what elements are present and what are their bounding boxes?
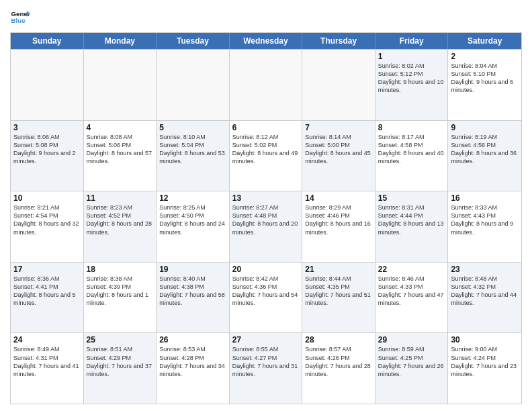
- day-number: 27: [232, 335, 300, 345]
- header-cell-saturday: Saturday: [448, 33, 521, 49]
- day-info: Sunrise: 8:17 AM Sunset: 4:58 PM Dayligh…: [378, 133, 445, 166]
- day-number: 30: [451, 335, 519, 345]
- cal-cell: 28Sunrise: 8:57 AM Sunset: 4:26 PM Dayli…: [302, 333, 375, 404]
- cal-cell: [230, 50, 303, 120]
- cal-cell: 4Sunrise: 8:08 AM Sunset: 5:06 PM Daylig…: [84, 121, 157, 191]
- day-number: 6: [232, 123, 300, 132]
- day-info: Sunrise: 8:31 AM Sunset: 4:44 PM Dayligh…: [378, 203, 445, 236]
- day-info: Sunrise: 8:36 AM Sunset: 4:41 PM Dayligh…: [13, 275, 81, 308]
- header: General Blue: [10, 7, 522, 27]
- cal-cell: [84, 50, 157, 120]
- cal-cell: 18Sunrise: 8:38 AM Sunset: 4:39 PM Dayli…: [84, 263, 157, 333]
- cal-cell: 14Sunrise: 8:29 AM Sunset: 4:46 PM Dayli…: [302, 191, 375, 262]
- day-info: Sunrise: 8:57 AM Sunset: 4:26 PM Dayligh…: [305, 345, 372, 378]
- day-info: Sunrise: 8:51 AM Sunset: 4:29 PM Dayligh…: [87, 345, 154, 378]
- header-cell-monday: Monday: [84, 33, 157, 49]
- day-info: Sunrise: 8:40 AM Sunset: 4:38 PM Dayligh…: [159, 275, 226, 308]
- calendar-header: SundayMondayTuesdayWednesdayThursdayFrid…: [11, 33, 521, 49]
- calendar-body: 1Sunrise: 8:02 AM Sunset: 5:12 PM Daylig…: [11, 49, 521, 404]
- day-number: 21: [305, 265, 372, 274]
- day-info: Sunrise: 8:55 AM Sunset: 4:27 PM Dayligh…: [232, 345, 300, 378]
- day-number: 12: [159, 193, 226, 203]
- cal-cell: 26Sunrise: 8:53 AM Sunset: 4:28 PM Dayli…: [157, 333, 230, 404]
- cal-cell: 17Sunrise: 8:36 AM Sunset: 4:41 PM Dayli…: [11, 263, 84, 333]
- day-number: 22: [378, 265, 445, 274]
- day-number: 8: [378, 123, 445, 132]
- day-info: Sunrise: 8:38 AM Sunset: 4:39 PM Dayligh…: [87, 275, 154, 308]
- day-number: 3: [13, 123, 81, 132]
- header-cell-sunday: Sunday: [11, 33, 84, 49]
- day-number: 26: [159, 335, 226, 345]
- cal-cell: 21Sunrise: 8:44 AM Sunset: 4:35 PM Dayli…: [302, 263, 375, 333]
- cal-cell: 20Sunrise: 8:42 AM Sunset: 4:36 PM Dayli…: [230, 263, 303, 333]
- cal-cell: [157, 50, 230, 120]
- cal-cell: 23Sunrise: 8:48 AM Sunset: 4:32 PM Dayli…: [448, 263, 521, 333]
- cal-cell: 22Sunrise: 8:46 AM Sunset: 4:33 PM Dayli…: [375, 263, 449, 333]
- day-number: 18: [87, 265, 154, 274]
- day-number: 13: [232, 193, 300, 203]
- day-info: Sunrise: 8:33 AM Sunset: 4:43 PM Dayligh…: [451, 203, 519, 236]
- cal-cell: 13Sunrise: 8:27 AM Sunset: 4:48 PM Dayli…: [230, 191, 303, 262]
- day-number: 17: [13, 265, 81, 274]
- day-number: 16: [451, 193, 519, 203]
- cal-cell: 6Sunrise: 8:12 AM Sunset: 5:02 PM Daylig…: [230, 121, 303, 191]
- day-info: Sunrise: 8:46 AM Sunset: 4:33 PM Dayligh…: [378, 275, 445, 308]
- cal-cell: 3Sunrise: 8:06 AM Sunset: 5:08 PM Daylig…: [11, 121, 84, 191]
- day-number: 20: [232, 265, 300, 274]
- header-cell-wednesday: Wednesday: [230, 33, 303, 49]
- cal-cell: 5Sunrise: 8:10 AM Sunset: 5:04 PM Daylig…: [157, 121, 230, 191]
- day-info: Sunrise: 8:14 AM Sunset: 5:00 PM Dayligh…: [305, 133, 372, 166]
- calendar-row-2: 3Sunrise: 8:06 AM Sunset: 5:08 PM Daylig…: [11, 120, 521, 191]
- day-info: Sunrise: 8:10 AM Sunset: 5:04 PM Dayligh…: [159, 133, 226, 166]
- day-number: 14: [305, 193, 372, 203]
- day-info: Sunrise: 8:29 AM Sunset: 4:46 PM Dayligh…: [305, 203, 372, 236]
- cal-cell: 27Sunrise: 8:55 AM Sunset: 4:27 PM Dayli…: [230, 333, 303, 404]
- day-number: 5: [159, 123, 226, 132]
- day-number: 1: [378, 52, 445, 61]
- cal-cell: 7Sunrise: 8:14 AM Sunset: 5:00 PM Daylig…: [302, 121, 375, 191]
- day-number: 29: [378, 335, 445, 345]
- day-info: Sunrise: 8:44 AM Sunset: 4:35 PM Dayligh…: [305, 275, 372, 308]
- day-info: Sunrise: 8:04 AM Sunset: 5:10 PM Dayligh…: [451, 62, 519, 95]
- header-cell-thursday: Thursday: [302, 33, 375, 49]
- header-cell-tuesday: Tuesday: [157, 33, 230, 49]
- day-info: Sunrise: 8:48 AM Sunset: 4:32 PM Dayligh…: [451, 275, 519, 308]
- day-info: Sunrise: 8:23 AM Sunset: 4:52 PM Dayligh…: [87, 203, 154, 236]
- header-cell-friday: Friday: [375, 33, 449, 49]
- calendar: SundayMondayTuesdayWednesdayThursdayFrid…: [10, 32, 522, 404]
- page: General Blue SundayMondayTuesdayWednesda…: [0, 0, 532, 411]
- day-number: 10: [13, 193, 81, 203]
- day-info: Sunrise: 8:42 AM Sunset: 4:36 PM Dayligh…: [232, 275, 300, 308]
- cal-cell: 30Sunrise: 9:00 AM Sunset: 4:24 PM Dayli…: [448, 333, 521, 404]
- calendar-row-1: 1Sunrise: 8:02 AM Sunset: 5:12 PM Daylig…: [11, 49, 521, 120]
- day-number: 28: [305, 335, 372, 345]
- cal-cell: 11Sunrise: 8:23 AM Sunset: 4:52 PM Dayli…: [84, 191, 157, 262]
- day-info: Sunrise: 8:06 AM Sunset: 5:08 PM Dayligh…: [13, 133, 81, 166]
- day-info: Sunrise: 8:59 AM Sunset: 4:25 PM Dayligh…: [378, 345, 445, 378]
- day-info: Sunrise: 8:27 AM Sunset: 4:48 PM Dayligh…: [232, 203, 300, 236]
- day-number: 19: [159, 265, 226, 274]
- day-info: Sunrise: 8:49 AM Sunset: 4:31 PM Dayligh…: [13, 345, 81, 378]
- cal-cell: 29Sunrise: 8:59 AM Sunset: 4:25 PM Dayli…: [375, 333, 449, 404]
- day-number: 23: [451, 265, 519, 274]
- day-number: 25: [87, 335, 154, 345]
- cal-cell: 15Sunrise: 8:31 AM Sunset: 4:44 PM Dayli…: [375, 191, 449, 262]
- cal-cell: 9Sunrise: 8:19 AM Sunset: 4:56 PM Daylig…: [448, 121, 521, 191]
- day-info: Sunrise: 8:08 AM Sunset: 5:06 PM Dayligh…: [87, 133, 154, 166]
- day-number: 11: [87, 193, 154, 203]
- logo-icon: General Blue: [10, 7, 30, 27]
- day-info: Sunrise: 8:19 AM Sunset: 4:56 PM Dayligh…: [451, 133, 519, 166]
- day-info: Sunrise: 8:12 AM Sunset: 5:02 PM Dayligh…: [232, 133, 300, 166]
- svg-text:Blue: Blue: [11, 17, 26, 24]
- day-number: 24: [13, 335, 81, 345]
- cal-cell: 16Sunrise: 8:33 AM Sunset: 4:43 PM Dayli…: [448, 191, 521, 262]
- cal-cell: [11, 50, 84, 120]
- cal-cell: 25Sunrise: 8:51 AM Sunset: 4:29 PM Dayli…: [84, 333, 157, 404]
- day-number: 2: [451, 52, 519, 61]
- logo: General Blue: [10, 7, 30, 27]
- cal-cell: 1Sunrise: 8:02 AM Sunset: 5:12 PM Daylig…: [375, 50, 449, 120]
- cal-cell: [302, 50, 375, 120]
- cal-cell: 8Sunrise: 8:17 AM Sunset: 4:58 PM Daylig…: [375, 121, 449, 191]
- day-info: Sunrise: 8:53 AM Sunset: 4:28 PM Dayligh…: [159, 345, 226, 378]
- cal-cell: 12Sunrise: 8:25 AM Sunset: 4:50 PM Dayli…: [157, 191, 230, 262]
